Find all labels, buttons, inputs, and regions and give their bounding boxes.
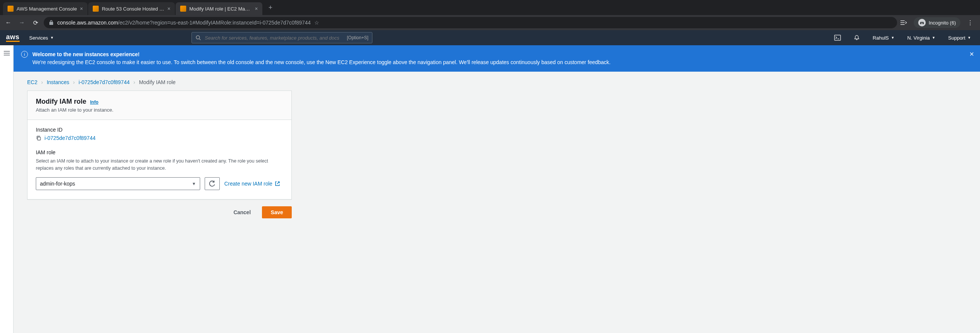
search-shortcut-hint: [Option+S] — [347, 35, 368, 40]
svg-point-3 — [920, 22, 921, 24]
reload-button[interactable]: ⟳ — [30, 19, 41, 26]
panel-header: Modify IAM role Info Attach an IAM role … — [27, 91, 291, 120]
chevron-right-icon: › — [41, 79, 43, 85]
breadcrumb-link[interactable]: i-0725de7d7c0f89744 — [79, 79, 130, 85]
instance-id-link[interactable]: i-0725de7d7c0f89744 — [45, 135, 95, 141]
services-label: Services — [29, 35, 48, 41]
save-button[interactable]: Save — [262, 206, 292, 218]
lock-icon — [49, 20, 54, 25]
chevron-down-icon: ▼ — [192, 182, 196, 186]
tab-title: AWS Management Console — [17, 6, 77, 12]
aws-favicon-icon — [93, 6, 99, 12]
support-label: Support — [948, 35, 966, 41]
instance-id-label: Instance ID — [36, 127, 283, 133]
chevron-down-icon: ▼ — [967, 36, 971, 40]
selected-value: admin-for-kops — [40, 181, 75, 187]
browser-tab-active[interactable]: Modify IAM role | EC2 Manager × — [176, 2, 262, 15]
page-title: Modify IAM role — [36, 98, 86, 105]
info-banner: i Welcome to the new instances experienc… — [14, 45, 980, 72]
back-button[interactable]: ← — [3, 19, 14, 26]
chevron-down-icon: ▼ — [50, 36, 54, 40]
incognito-icon — [918, 19, 926, 26]
sidebar-toggle[interactable] — [0, 45, 14, 333]
region-menu[interactable]: N. Virginia ▼ — [904, 35, 939, 41]
create-iam-role-link[interactable]: Create new IAM role — [224, 181, 280, 187]
close-icon[interactable]: × — [167, 6, 170, 12]
services-menu[interactable]: Services ▼ — [26, 35, 57, 41]
modify-iam-role-panel: Modify IAM role Info Attach an IAM role … — [27, 91, 292, 199]
browser-menu-button[interactable]: ⋮ — [963, 19, 977, 26]
breadcrumb: EC2 › Instances › i-0725de7d7c0f89744 › … — [14, 72, 980, 91]
url-text: console.aws.amazon.com/ec2/v2/home?regio… — [57, 20, 310, 25]
account-menu[interactable]: RahulS ▼ — [870, 35, 897, 41]
tab-title: Modify IAM role | EC2 Manager — [189, 6, 252, 12]
svg-rect-7 — [835, 35, 840, 40]
svg-point-4 — [922, 22, 924, 24]
search-icon — [196, 35, 201, 40]
close-icon[interactable]: × — [80, 6, 83, 12]
url-field[interactable]: console.aws.amazon.com/ec2/v2/home?regio… — [44, 17, 897, 28]
incognito-label: Incognito (6) — [929, 20, 956, 25]
chevron-right-icon: › — [134, 79, 135, 85]
panel-body: Instance ID i-0725de7d7c0f89744 IAM role… — [27, 120, 291, 199]
reading-list-icon[interactable] — [900, 20, 911, 25]
breadcrumb-current: Modify IAM role — [139, 79, 176, 85]
aws-logo[interactable]: aws — [6, 33, 20, 42]
aws-header: aws Services ▼ [Option+S] RahulS ▼ N. Vi… — [0, 30, 980, 45]
support-menu[interactable]: Support ▼ — [945, 35, 974, 41]
browser-tab[interactable]: Route 53 Console Hosted Zone × — [88, 2, 175, 15]
close-banner-button[interactable]: × — [969, 50, 974, 59]
browser-tab[interactable]: AWS Management Console × — [3, 2, 88, 15]
chevron-down-icon: ▼ — [891, 36, 894, 40]
external-link-icon — [275, 181, 280, 186]
cancel-button[interactable]: Cancel — [226, 206, 258, 218]
iam-role-label: IAM role — [36, 149, 283, 155]
panel-subtitle: Attach an IAM role to your instance. — [36, 107, 283, 113]
svg-point-5 — [196, 36, 200, 39]
refresh-button[interactable] — [205, 177, 220, 190]
copy-icon[interactable] — [36, 135, 41, 141]
new-tab-button[interactable]: + — [263, 4, 278, 12]
aws-favicon-icon — [8, 6, 14, 12]
breadcrumb-link[interactable]: EC2 — [27, 79, 37, 85]
user-name: RahulS — [873, 35, 889, 41]
forward-button[interactable]: → — [17, 19, 27, 26]
banner-title: Welcome to the new instances experience! — [32, 51, 140, 57]
star-icon[interactable]: ☆ — [314, 20, 319, 25]
browser-address-bar: ← → ⟳ console.aws.amazon.com/ec2/v2/home… — [0, 15, 980, 30]
app-body: i Welcome to the new instances experienc… — [0, 45, 980, 333]
iam-role-select[interactable]: admin-for-kops ▼ — [36, 177, 200, 190]
tab-title: Route 53 Console Hosted Zone — [102, 6, 164, 12]
close-icon[interactable]: × — [255, 6, 258, 12]
chevron-down-icon: ▼ — [932, 36, 935, 40]
breadcrumb-link[interactable]: Instances — [47, 79, 69, 85]
info-icon: i — [21, 51, 28, 58]
svg-rect-12 — [38, 137, 41, 140]
region-name: N. Virginia — [907, 35, 930, 41]
banner-body: We're redesigning the EC2 console to mak… — [32, 59, 611, 65]
info-link[interactable]: Info — [90, 100, 99, 105]
incognito-badge[interactable]: Incognito (6) — [914, 18, 960, 28]
global-search[interactable]: [Option+S] — [191, 32, 372, 43]
search-input[interactable] — [205, 35, 343, 41]
browser-tab-strip: AWS Management Console × Route 53 Consol… — [0, 0, 980, 15]
form-actions: Cancel Save — [27, 206, 292, 218]
chevron-right-icon: › — [73, 79, 75, 85]
cloudshell-button[interactable] — [831, 35, 844, 41]
svg-line-6 — [199, 39, 200, 40]
main-content: i Welcome to the new instances experienc… — [14, 45, 980, 333]
iam-role-description: Select an IAM role to attach to your ins… — [36, 158, 283, 172]
create-link-text: Create new IAM role — [224, 181, 272, 187]
notifications-button[interactable] — [851, 35, 863, 41]
svg-line-13 — [277, 182, 279, 184]
aws-favicon-icon — [180, 6, 186, 12]
